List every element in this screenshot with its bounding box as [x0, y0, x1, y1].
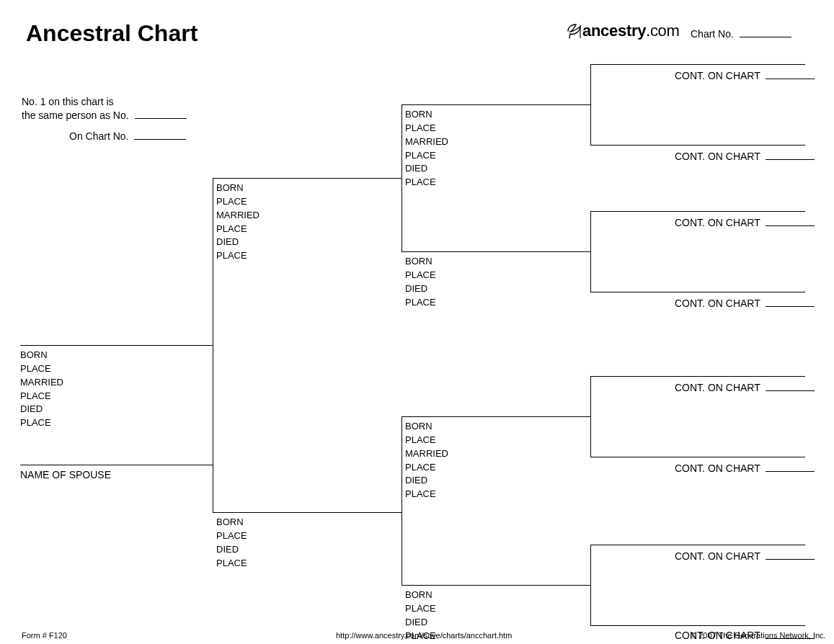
- person13-name-line[interactable]: [590, 457, 805, 457]
- field-place: PLACE: [405, 434, 448, 447]
- field-place: PLACE: [20, 362, 63, 376]
- field-born: BORN: [405, 420, 448, 434]
- spouse-label: NAME OF SPOUSE: [20, 468, 111, 482]
- field-died: DIED: [405, 474, 448, 488]
- spouse-name-line[interactable]: [20, 465, 213, 465]
- field-born: BORN: [405, 108, 448, 122]
- person2-name-line[interactable]: [213, 178, 402, 179]
- chart-no-blank[interactable]: [740, 29, 791, 37]
- field-place: PLACE: [405, 149, 448, 163]
- field-married: MARRIED: [405, 447, 448, 461]
- cont-label: CONT. ON CHART: [675, 550, 760, 562]
- person12-name-line[interactable]: [590, 376, 805, 377]
- cont-label: CONT. ON CHART: [675, 217, 760, 228]
- person6-fields: BORN PLACE MARRIED PLACE DIED PLACE: [405, 420, 448, 501]
- field-died: DIED: [20, 403, 63, 416]
- field-died: DIED: [216, 543, 247, 557]
- person4-fields: BORN PLACE MARRIED PLACE DIED PLACE: [405, 108, 448, 189]
- person4-name-line[interactable]: [402, 104, 590, 105]
- bracket-gen4-2: [590, 211, 591, 292]
- cont-14: CONT. ON CHART: [675, 550, 815, 562]
- field-born: BORN: [216, 182, 259, 195]
- cont-13: CONT. ON CHART: [675, 462, 815, 474]
- chart-no-field: Chart No.: [691, 27, 791, 41]
- bracket-gen4-4: [590, 545, 591, 625]
- note-line3: On Chart No.: [69, 130, 128, 142]
- same-person-note: No. 1 on this chart is the same person a…: [22, 95, 187, 143]
- cont-blank[interactable]: [766, 151, 815, 160]
- brand-name-suffix: .com: [646, 22, 679, 40]
- field-place: PLACE: [216, 223, 259, 236]
- person11-name-line[interactable]: [590, 292, 805, 292]
- field-place: PLACE: [216, 249, 259, 263]
- footer-copyright: © 2007 The Generations Network, Inc.: [691, 631, 826, 640]
- bracket-gen4-3: [590, 376, 591, 457]
- cont-blank[interactable]: [766, 298, 815, 307]
- field-place: PLACE: [20, 416, 63, 430]
- cont-blank[interactable]: [766, 383, 815, 391]
- brand-name-bold: ancestry: [582, 22, 646, 40]
- field-born: BORN: [405, 589, 436, 602]
- cont-8: CONT. ON CHART: [675, 70, 815, 81]
- field-place: PLACE: [216, 557, 247, 571]
- person1-fields: BORN PLACE MARRIED PLACE DIED PLACE: [20, 349, 63, 430]
- field-died: DIED: [405, 162, 448, 176]
- field-born: BORN: [405, 255, 436, 269]
- person5-fields: BORN PLACE DIED PLACE: [405, 255, 436, 309]
- field-place: PLACE: [216, 529, 247, 543]
- bracket-gen3-lower: [402, 416, 402, 585]
- field-born: BORN: [20, 349, 63, 362]
- field-died: DIED: [216, 236, 259, 249]
- person2-fields: BORN PLACE MARRIED PLACE DIED PLACE: [216, 182, 259, 263]
- field-place: PLACE: [405, 176, 448, 189]
- bracket-gen2: [213, 178, 213, 512]
- cont-label: CONT. ON CHART: [675, 151, 760, 162]
- field-married: MARRIED: [20, 376, 63, 390]
- footer-url: http://www.ancestry.com/save/charts/ancc…: [336, 631, 512, 640]
- person9-name-line[interactable]: [590, 145, 805, 146]
- bracket-gen4-1: [590, 64, 591, 145]
- person5-name-line[interactable]: [402, 251, 590, 252]
- note-line1: No. 1 on this chart is: [22, 95, 187, 109]
- field-place: PLACE: [216, 195, 259, 209]
- cont-10: CONT. ON CHART: [675, 217, 815, 228]
- person3-name-line[interactable]: [213, 512, 402, 513]
- field-place: PLACE: [405, 461, 448, 475]
- cont-12: CONT. ON CHART: [675, 382, 815, 393]
- field-married: MARRIED: [405, 135, 448, 149]
- field-place: PLACE: [20, 390, 63, 403]
- person14-name-line[interactable]: [590, 545, 805, 545]
- cont-label: CONT. ON CHART: [675, 298, 760, 309]
- note-line2: the same person as No.: [22, 109, 129, 121]
- cont-11: CONT. ON CHART: [675, 298, 815, 309]
- field-place: PLACE: [405, 488, 448, 501]
- cont-label: CONT. ON CHART: [675, 382, 760, 393]
- person1-name-line[interactable]: [20, 345, 213, 346]
- page-title: Ancestral Chart: [26, 20, 198, 47]
- person15-name-line[interactable]: [590, 625, 805, 626]
- person7-name-line[interactable]: [402, 585, 590, 586]
- person6-name-line[interactable]: [402, 416, 590, 417]
- cont-label: CONT. ON CHART: [675, 70, 760, 81]
- on-chart-no-blank[interactable]: [134, 131, 186, 140]
- cont-label: CONT. ON CHART: [675, 462, 760, 474]
- bracket-gen3-upper: [402, 104, 402, 251]
- person10-name-line[interactable]: [590, 211, 805, 212]
- leaf-icon: [564, 23, 582, 39]
- cont-blank[interactable]: [766, 463, 815, 472]
- person8-name-line[interactable]: [590, 64, 805, 65]
- field-place: PLACE: [405, 296, 436, 310]
- field-place: PLACE: [405, 602, 436, 616]
- cont-blank[interactable]: [766, 71, 815, 79]
- same-person-no-blank[interactable]: [135, 110, 187, 119]
- cont-9: CONT. ON CHART: [675, 151, 815, 162]
- chart-no-label: Chart No.: [691, 28, 734, 40]
- footer-form-no: Form # F120: [22, 631, 67, 640]
- field-place: PLACE: [405, 269, 436, 282]
- cont-blank[interactable]: [766, 218, 815, 226]
- person3-fields: BORN PLACE DIED PLACE: [216, 516, 247, 570]
- field-married: MARRIED: [216, 209, 259, 223]
- field-born: BORN: [216, 516, 247, 529]
- cont-blank[interactable]: [766, 551, 815, 560]
- field-died: DIED: [405, 616, 436, 630]
